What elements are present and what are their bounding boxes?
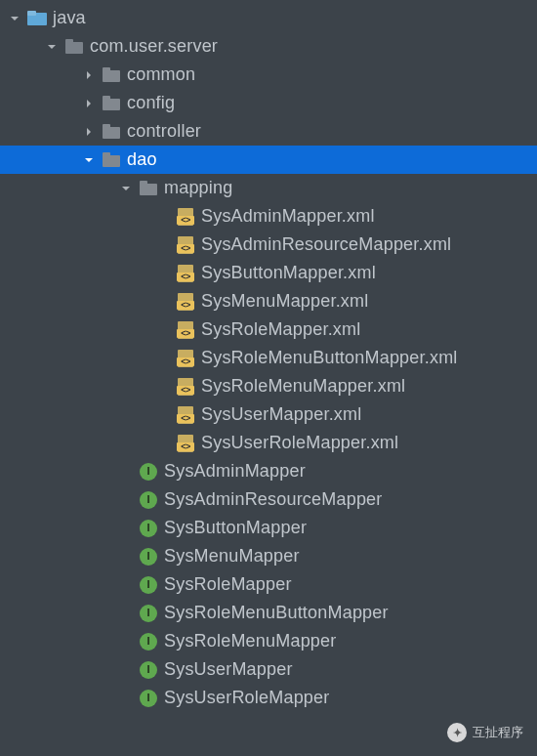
tree-node-java[interactable]: java	[0, 4, 537, 32]
xml-file-icon: <>	[176, 377, 195, 397]
interface-icon: I	[139, 604, 158, 623]
svg-rect-13	[140, 181, 147, 186]
tree-node-label: SysRoleMenuMapper	[164, 631, 336, 651]
tree-node-label: SysUserMapper.xml	[201, 404, 361, 425]
tree-node-label: SysMenuMapper.xml	[201, 291, 368, 312]
package-icon	[102, 65, 121, 85]
tree-node-interface[interactable]: I SysAdminMapper	[0, 457, 537, 485]
tree-node-mapping[interactable]: mapping	[0, 174, 537, 202]
interface-icon: I	[139, 632, 158, 651]
tree-node-xml-file[interactable]: <> SysAdminResourceMapper.xml	[0, 231, 537, 259]
tree-node-label: SysUserMapper	[164, 659, 293, 680]
watermark-label: 互扯程序	[473, 724, 523, 741]
interface-icon: I	[139, 660, 158, 680]
svg-rect-9	[103, 124, 110, 129]
tree-node-interface[interactable]: I SysButtonMapper	[0, 514, 537, 542]
tree-node-xml-file[interactable]: <> SysMenuMapper.xml	[0, 287, 537, 315]
tree-node-label: SysMenuMapper	[164, 546, 300, 567]
interface-icon: I	[139, 490, 158, 510]
tree-node-label: SysAdminMapper.xml	[201, 206, 375, 227]
project-tree[interactable]: java com.user.server common	[0, 0, 537, 712]
tree-node-label: SysRoleMapper.xml	[201, 319, 360, 340]
tree-node-label: SysAdminMapper	[164, 461, 306, 482]
tree-node-xml-file[interactable]: <> SysRoleMenuButtonMapper.xml	[0, 344, 537, 372]
xml-file-icon: <>	[176, 264, 195, 283]
tree-node-interface[interactable]: I SysMenuMapper	[0, 542, 537, 570]
tree-node-xml-file[interactable]: <> SysUserMapper.xml	[0, 400, 537, 429]
xml-file-icon: <>	[176, 292, 195, 312]
xml-file-icon: <>	[176, 320, 195, 340]
chevron-down-icon	[119, 182, 133, 195]
tree-node-controller[interactable]: controller	[0, 117, 537, 146]
xml-file-icon: <>	[176, 434, 195, 453]
tree-node-label: dao	[127, 149, 157, 170]
xml-file-icon: <>	[176, 405, 195, 425]
tree-node-xml-file[interactable]: <> SysButtonMapper.xml	[0, 259, 537, 287]
tree-node-label: java	[53, 8, 86, 28]
tree-node-label: SysRoleMenuButtonMapper	[164, 603, 389, 623]
package-icon	[64, 37, 84, 57]
xml-file-icon: <>	[176, 207, 195, 227]
tree-node-interface[interactable]: I SysAdminResourceMapper	[0, 485, 537, 514]
chevron-down-icon	[45, 40, 59, 54]
chevron-down-icon	[8, 12, 21, 25]
xml-file-icon: <>	[176, 349, 195, 368]
svg-rect-11	[103, 152, 110, 157]
tree-node-label: SysRoleMenuMapper.xml	[201, 376, 405, 397]
chevron-right-icon	[82, 97, 96, 110]
tree-node-interface[interactable]: I SysUserMapper	[0, 655, 537, 684]
tree-node-label: controller	[127, 121, 201, 142]
tree-node-xml-file[interactable]: <> SysAdminMapper.xml	[0, 202, 537, 231]
interface-icon: I	[139, 575, 158, 595]
tree-node-interface[interactable]: I SysRoleMapper	[0, 570, 537, 599]
watermark: ✦ 互扯程序	[447, 723, 523, 742]
tree-node-label: SysAdminResourceMapper	[164, 489, 383, 510]
chevron-right-icon	[82, 125, 96, 139]
wechat-icon: ✦	[447, 723, 467, 742]
tree-node-label: SysButtonMapper.xml	[201, 263, 376, 283]
interface-icon: I	[139, 519, 158, 538]
tree-node-label: SysButtonMapper	[164, 518, 307, 538]
source-folder-icon	[27, 9, 47, 28]
package-icon	[102, 122, 121, 142]
package-icon	[139, 179, 158, 198]
tree-node-label: mapping	[164, 178, 232, 198]
interface-icon: I	[139, 462, 158, 482]
tree-node-xml-file[interactable]: <> SysUserRoleMapper.xml	[0, 429, 537, 457]
tree-node-xml-file[interactable]: <> SysRoleMapper.xml	[0, 315, 537, 344]
package-icon	[102, 94, 121, 113]
interface-icon: I	[139, 689, 158, 708]
xml-file-icon: <>	[176, 235, 195, 255]
tree-node-label: SysRoleMapper	[164, 574, 292, 595]
tree-node-label: config	[127, 93, 175, 113]
package-icon	[102, 150, 121, 170]
interface-icon: I	[139, 547, 158, 567]
tree-node-label: SysUserRoleMapper.xml	[201, 433, 398, 453]
tree-node-label: com.user.server	[90, 36, 218, 57]
svg-rect-7	[103, 96, 110, 101]
tree-node-interface[interactable]: I SysRoleMenuButtonMapper	[0, 599, 537, 627]
tree-node-xml-file[interactable]: <> SysRoleMenuMapper.xml	[0, 372, 537, 400]
tree-node-label: common	[127, 64, 195, 85]
tree-node-package-root[interactable]: com.user.server	[0, 32, 537, 61]
tree-node-label: SysUserRoleMapper	[164, 688, 329, 708]
chevron-right-icon	[82, 68, 96, 82]
tree-node-dao[interactable]: dao	[0, 146, 537, 174]
tree-node-config[interactable]: config	[0, 89, 537, 117]
svg-rect-3	[65, 39, 73, 44]
svg-rect-1	[27, 11, 36, 16]
tree-node-common[interactable]: common	[0, 61, 537, 89]
tree-node-label: SysAdminResourceMapper.xml	[201, 234, 451, 255]
chevron-down-icon	[82, 153, 96, 167]
tree-node-label: SysRoleMenuButtonMapper.xml	[201, 348, 458, 368]
svg-rect-5	[103, 67, 110, 72]
tree-node-interface[interactable]: I SysRoleMenuMapper	[0, 627, 537, 655]
tree-node-interface[interactable]: I SysUserRoleMapper	[0, 684, 537, 712]
